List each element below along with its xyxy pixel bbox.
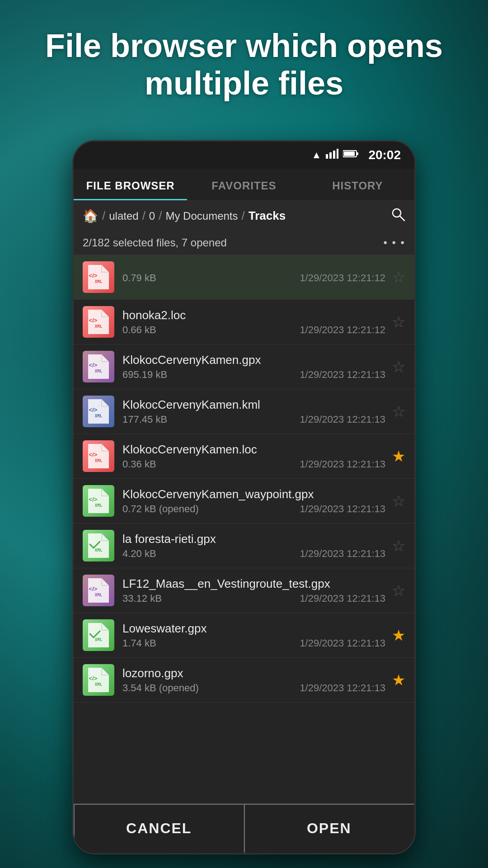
file-name: KlokocCervenyKamen.kml (122, 398, 385, 412)
file-date: 1/29/2023 12:21:13 (300, 637, 385, 649)
svg-text:XML: XML (95, 682, 103, 687)
list-item[interactable]: XML </> honoka2.loc 0.66 kB 1/29/2023 12… (74, 300, 414, 344)
hero-title: File browser which opens multiple files (27, 27, 461, 102)
open-button[interactable]: OPEN (244, 804, 415, 853)
file-details: honoka2.loc 0.66 kB 1/29/2023 12:21:12 (122, 308, 385, 336)
file-name: la foresta-rieti.gpx (122, 532, 385, 546)
file-date: 1/29/2023 12:21:13 (300, 369, 385, 381)
phone-container: ▲ 20:02 (72, 140, 416, 854)
file-details: lozorno.gpx 3.54 kB (opened) 1/29/2023 1… (122, 666, 385, 694)
file-name: LF12_Maas__en_Vestingroute_test.gpx (122, 577, 385, 591)
star-icon[interactable]: ☆ (392, 581, 405, 599)
file-details: Loweswater.gpx 1.74 kB 1/29/2023 12:21:1… (122, 622, 385, 649)
file-icon: XML (83, 530, 114, 561)
svg-line-8 (400, 216, 404, 221)
file-icon: XML </> (83, 261, 114, 293)
file-date: 1/29/2023 12:21:12 (300, 272, 385, 284)
list-item[interactable]: XML </> KlokocCervenyKamen.kml 177.45 kB… (74, 389, 414, 434)
selection-status: 2/182 selected files, 7 opened • • • (74, 231, 414, 255)
search-icon[interactable] (391, 207, 405, 225)
list-item[interactable]: XML </> LF12_Maas__en_Vestingroute_test.… (74, 568, 414, 613)
hero-section: File browser which opens multiple files (0, 27, 488, 102)
more-options-icon[interactable]: • • • (383, 236, 405, 249)
svg-rect-2 (333, 151, 335, 159)
list-item[interactable]: XML </> KlokocCervenyKamen.loc 0.36 kB 1… (74, 434, 414, 479)
svg-text:XML: XML (95, 324, 103, 329)
wifi-icon: ▲ (312, 149, 322, 161)
svg-rect-0 (326, 154, 328, 159)
svg-rect-5 (357, 152, 358, 155)
breadcrumb: 🏠 / ulated / 0 / My Documents / Tracks (74, 201, 414, 231)
file-meta: 3.54 kB (opened) 1/29/2023 12:21:13 (122, 682, 385, 694)
file-size: 3.54 kB (opened) (122, 682, 199, 694)
file-date: 1/29/2023 12:21:13 (300, 682, 385, 694)
breadcrumb-sep-2: / (142, 209, 145, 223)
svg-text:XML: XML (95, 637, 103, 642)
star-icon[interactable]: ☆ (392, 313, 405, 331)
breadcrumb-tracks[interactable]: Tracks (249, 209, 286, 223)
cancel-button[interactable]: CANCEL (74, 804, 244, 853)
svg-rect-6 (344, 151, 355, 156)
svg-text:</>: </> (89, 451, 98, 458)
file-meta: 1.74 kB 1/29/2023 12:21:13 (122, 637, 385, 649)
breadcrumb-simulated[interactable]: ulated (109, 210, 138, 222)
list-item[interactable]: XML la foresta-rieti.gpx 4.20 kB 1/29/20… (74, 524, 414, 568)
star-icon[interactable]: ★ (392, 671, 405, 689)
file-icon: XML </> (83, 485, 114, 517)
signal-icon (326, 149, 338, 161)
status-time: 20:02 (368, 148, 401, 162)
list-item[interactable]: XML </> 0.79 kB 1/29/2023 12:21:12 ☆ (74, 255, 414, 300)
file-list: XML </> 0.79 kB 1/29/2023 12:21:12 ☆ (74, 255, 414, 803)
svg-text:XML: XML (95, 458, 103, 463)
svg-text:XML: XML (95, 414, 103, 418)
breadcrumb-sep-4: / (242, 209, 245, 223)
file-icon: XML </> (83, 351, 114, 382)
battery-icon (343, 149, 359, 161)
status-bar: ▲ 20:02 (74, 142, 414, 169)
tab-history[interactable]: HISTORY (301, 169, 414, 200)
star-icon[interactable]: ☆ (392, 268, 405, 286)
tab-file-browser[interactable]: FILE BROWSER (74, 169, 187, 200)
file-name: KlokocCervenyKamen.gpx (122, 353, 385, 367)
list-item[interactable]: XML </> KlokocCervenyKamen_waypoint.gpx … (74, 479, 414, 524)
phone-shell: ▲ 20:02 (72, 140, 416, 854)
file-date: 1/29/2023 12:21:13 (300, 593, 385, 604)
svg-text:XML: XML (95, 279, 103, 284)
list-item[interactable]: XML Loweswater.gpx 1.74 kB 1/29/2023 12:… (74, 613, 414, 658)
status-text: 2/182 selected files, 7 opened (83, 236, 227, 249)
file-meta: 177.45 kB 1/29/2023 12:21:13 (122, 414, 385, 425)
star-icon[interactable]: ☆ (392, 492, 405, 510)
file-meta: 33.12 kB 1/29/2023 12:21:13 (122, 593, 385, 604)
file-meta: 695.19 kB 1/29/2023 12:21:13 (122, 369, 385, 381)
svg-rect-3 (337, 149, 338, 159)
file-size: 33.12 kB (122, 593, 162, 604)
file-details: 0.79 kB 1/29/2023 12:21:12 (122, 270, 385, 284)
star-icon[interactable]: ☆ (392, 402, 405, 420)
list-item[interactable]: XML </> lozorno.gpx 3.54 kB (opened) 1/2… (74, 658, 414, 703)
file-details: la foresta-rieti.gpx 4.20 kB 1/29/2023 1… (122, 532, 385, 560)
file-meta: 0.36 kB 1/29/2023 12:21:13 (122, 458, 385, 470)
file-size: 4.20 kB (122, 548, 156, 560)
tab-favorites[interactable]: FAVORITES (187, 169, 300, 200)
file-size: 0.36 kB (122, 458, 156, 470)
breadcrumb-sep-3: / (159, 209, 162, 223)
star-icon[interactable]: ★ (392, 447, 405, 465)
file-date: 1/29/2023 12:21:13 (300, 458, 385, 470)
breadcrumb-0[interactable]: 0 (149, 210, 155, 222)
svg-text:XML: XML (95, 593, 103, 597)
svg-text:</>: </> (89, 317, 98, 324)
file-details: KlokocCervenyKamen.gpx 695.19 kB 1/29/20… (122, 353, 385, 381)
file-meta: 0.66 kB 1/29/2023 12:21:12 (122, 324, 385, 336)
file-name: KlokocCervenyKamen.loc (122, 443, 385, 457)
star-icon[interactable]: ★ (392, 626, 405, 644)
file-details: KlokocCervenyKamen.loc 0.36 kB 1/29/2023… (122, 443, 385, 470)
svg-text:</>: </> (89, 272, 98, 279)
list-item[interactable]: XML </> KlokocCervenyKamen.gpx 695.19 kB… (74, 344, 414, 389)
home-icon[interactable]: 🏠 (83, 208, 99, 223)
star-icon[interactable]: ☆ (392, 537, 405, 555)
file-size: 0.79 kB (122, 272, 156, 284)
breadcrumb-mydocs[interactable]: My Documents (165, 210, 238, 222)
file-name: lozorno.gpx (122, 666, 385, 680)
star-icon[interactable]: ☆ (392, 358, 405, 376)
svg-rect-1 (329, 152, 332, 159)
